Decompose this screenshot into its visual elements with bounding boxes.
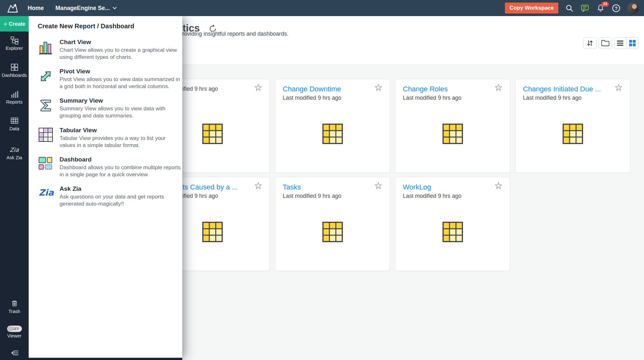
report-card-modified-text: Last modified 9 hrs ago (403, 193, 510, 199)
table-report-icon (202, 222, 223, 242)
panel-item-tabular-view[interactable]: Tabular View Tabular View provides you a… (38, 127, 182, 149)
report-card-modified-text: Last modified 9 hrs ago (283, 193, 390, 199)
report-card-head: Changes Initiated Due ...Last modified 9… (516, 79, 630, 101)
table-report-icon (563, 124, 583, 144)
panel-item-text: Pivot View Pivot View allows you to view… (60, 68, 181, 90)
user-avatar[interactable] (628, 3, 639, 14)
report-card-head: Change DowntimeLast modified 9 hrs ago (275, 79, 390, 101)
panel-item-ask-zia[interactable]: Zia Ask Zia Ask questions on your data a… (38, 185, 182, 208)
report-card-title-link[interactable]: Changes Initiated Due ... (523, 85, 630, 94)
left-sidebar: + Create Explorer Dashboards (0, 16, 29, 360)
panel-item-description: Pivot View allows you to view data summa… (60, 76, 181, 90)
panel-bottom-bar (29, 358, 182, 360)
sidebar-item-label: Data (0, 126, 29, 131)
panel-item-text: Ask Zia Ask questions on your data and g… (60, 185, 181, 208)
report-card-head: TasksLast modified 9 hrs ago (275, 177, 390, 199)
reports-icon (10, 90, 19, 98)
panel-item-title: Tabular View (60, 127, 181, 134)
report-card-modified-text: Last modified 9 hrs ago (283, 95, 390, 101)
create-button[interactable]: + Create (0, 16, 29, 32)
notifications-bell-icon[interactable]: 23 (596, 4, 605, 12)
sidebar-item-label: Trash (0, 309, 29, 314)
help-icon[interactable]: ? (612, 4, 620, 13)
favorite-star-icon[interactable]: ☆ (494, 83, 503, 92)
top-navbar: Home ManageEngine Se... Copy Workspace (0, 0, 644, 16)
sort-button[interactable] (583, 37, 597, 49)
panel-item-title: Ask Zia (60, 185, 181, 192)
report-card-title-link[interactable]: WorkLog (403, 183, 510, 192)
report-card-title-link[interactable]: Change Downtime (283, 85, 390, 94)
panel-item-title: Pivot View (60, 68, 181, 75)
collapse-sidebar-button[interactable] (0, 349, 29, 357)
report-card-title-link[interactable]: Tasks (283, 183, 390, 192)
panel-item-description: Summary View allows you to view data wit… (60, 105, 181, 119)
table-report-icon (322, 222, 343, 242)
zia-icon: Zia (9, 145, 20, 154)
copy-workspace-button[interactable]: Copy Workspace (505, 3, 558, 14)
panel-item-title: Chart View (60, 39, 181, 46)
workspace-menu[interactable]: ManageEngine Se... (55, 5, 117, 12)
sort-icon (586, 39, 594, 47)
table-report-icon (202, 124, 223, 144)
plus-icon: + (3, 21, 7, 27)
report-card-title-link[interactable]: Change Roles (403, 85, 510, 94)
layout-switcher (614, 37, 639, 49)
tabular-grid-icon (38, 127, 54, 142)
panel-item-description: Tabular View provides you a way to list … (60, 135, 181, 149)
panel-item-pivot-view[interactable]: Pivot View Pivot View allows you to view… (38, 68, 182, 90)
panel-item-dashboard[interactable]: Dashboard Dashboard allows you to combin… (38, 156, 182, 178)
favorite-star-icon[interactable]: ☆ (614, 83, 623, 92)
table-report-icon (442, 222, 463, 242)
sidebar-item-explorer[interactable]: Explorer (0, 36, 29, 51)
panel-item-summary-view[interactable]: Summary View Summary View allows you to … (38, 97, 182, 119)
report-card[interactable]: Change DowntimeLast modified 9 hrs ago☆ (275, 79, 390, 173)
report-card-head: WorkLogLast modified 9 hrs ago (395, 177, 510, 199)
svg-text:Zia: Zia (39, 188, 54, 198)
search-icon[interactable] (565, 4, 573, 12)
dashboards-icon (10, 63, 19, 71)
page-subtitle: roviding insightful reports and dashboar… (182, 31, 289, 37)
favorite-star-icon[interactable]: ☆ (494, 181, 503, 190)
data-table-icon (10, 116, 19, 125)
favorite-star-icon[interactable]: ☆ (254, 181, 262, 190)
sidebar-item-trash[interactable]: Trash (0, 299, 29, 314)
panel-item-title: Summary View (60, 97, 181, 104)
viewer-state-label: OFF (12, 327, 19, 331)
report-card[interactable]: Changes Initiated Due ...Last modified 9… (515, 79, 630, 173)
report-card[interactable]: TasksLast modified 9 hrs ago☆ (275, 177, 390, 271)
sidebar-item-dashboards[interactable]: Dashboards (0, 63, 29, 78)
report-card[interactable]: WorkLogLast modified 9 hrs ago☆ (395, 177, 510, 271)
panel-item-chart-view[interactable]: Chart View Chart View allows you to crea… (38, 39, 182, 61)
report-card-modified-text: ified 9 hrs ago (183, 193, 270, 199)
reports-grid-row: ified 9 hrs ago☆Change DowntimeLast modi… (155, 79, 630, 173)
folder-view-button[interactable] (599, 37, 612, 49)
table-report-icon (322, 124, 343, 144)
toggle-knob (8, 326, 13, 331)
feedback-chat-icon[interactable] (581, 4, 589, 13)
nav-home[interactable]: Home (28, 5, 44, 12)
report-card-modified-text: Last modified 9 hrs ago (403, 95, 510, 101)
sidebar-item-ask-zia[interactable]: Zia Ask Zia (0, 145, 29, 160)
favorite-star-icon[interactable]: ☆ (374, 83, 383, 92)
favorite-star-icon[interactable]: ☆ (374, 181, 383, 190)
favorite-star-icon[interactable]: ☆ (254, 83, 262, 92)
pivot-arrow-icon (38, 69, 54, 84)
create-new-report-panel: Create New Report / Dashboard Chart View… (29, 16, 182, 358)
list-view-button[interactable] (614, 38, 626, 49)
reports-grid-row: ts Caused by a ...ified 9 hrs ago☆TasksL… (155, 177, 510, 271)
report-card-modified-text: Last modified 9 hrs ago (523, 95, 630, 101)
sidebar-item-reports[interactable]: Reports (0, 90, 29, 105)
panel-item-description: Chart View allows you to create a graphi… (60, 47, 181, 61)
topbar-actions: Copy Workspace (505, 3, 639, 14)
chevron-down-icon (112, 6, 117, 10)
create-button-label: Create (9, 21, 25, 27)
analytics-logo[interactable] (5, 2, 19, 14)
list-view-icon (616, 39, 624, 47)
viewer-toggle[interactable]: OFF (7, 326, 22, 332)
collapse-arrow-icon (10, 349, 19, 357)
workspace-menu-label: ManageEngine Se... (55, 5, 110, 12)
report-card[interactable]: Change RolesLast modified 9 hrs ago☆ (395, 79, 510, 173)
sidebar-item-data[interactable]: Data (0, 116, 29, 131)
panel-item-description: Dashboard allows you to combine multiple… (60, 164, 181, 178)
grid-view-button[interactable] (626, 38, 639, 49)
